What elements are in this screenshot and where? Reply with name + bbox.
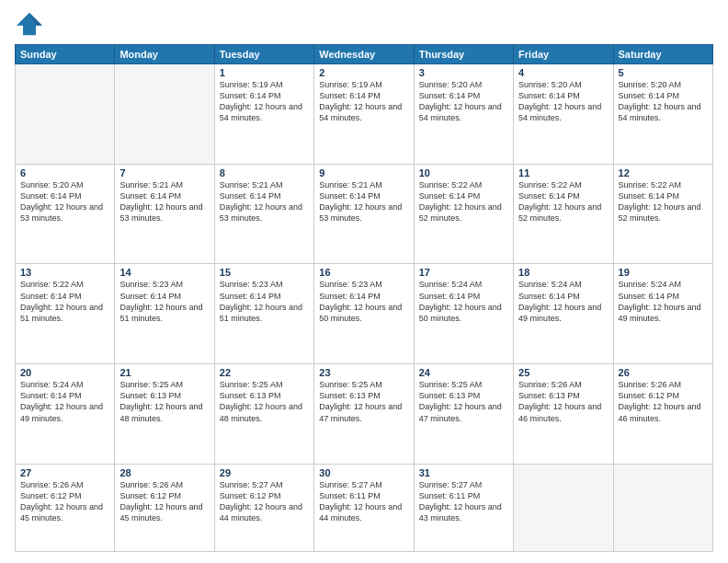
day-number: 13 bbox=[20, 267, 109, 278]
day-cell: 14Sunrise: 5:23 AM Sunset: 6:14 PM Dayli… bbox=[115, 264, 214, 364]
day-info: Sunrise: 5:26 AM Sunset: 6:12 PM Dayligh… bbox=[20, 479, 109, 524]
day-info: Sunrise: 5:23 AM Sunset: 6:14 PM Dayligh… bbox=[220, 279, 309, 324]
day-number: 19 bbox=[619, 267, 708, 278]
day-cell: 2Sunrise: 5:19 AM Sunset: 6:14 PM Daylig… bbox=[314, 64, 414, 165]
day-number: 15 bbox=[220, 267, 309, 278]
day-number: 26 bbox=[619, 367, 708, 378]
day-info: Sunrise: 5:22 AM Sunset: 6:14 PM Dayligh… bbox=[20, 279, 109, 324]
day-info: Sunrise: 5:21 AM Sunset: 6:14 PM Dayligh… bbox=[119, 179, 209, 224]
day-info: Sunrise: 5:24 AM Sunset: 6:14 PM Dayligh… bbox=[619, 279, 708, 324]
day-number: 5 bbox=[619, 67, 708, 78]
day-info: Sunrise: 5:20 AM Sunset: 6:14 PM Dayligh… bbox=[619, 79, 708, 124]
week-row-2: 6Sunrise: 5:20 AM Sunset: 6:14 PM Daylig… bbox=[16, 164, 713, 264]
day-number: 2 bbox=[319, 67, 408, 78]
day-info: Sunrise: 5:26 AM Sunset: 6:12 PM Dayligh… bbox=[119, 479, 209, 524]
day-cell: 3Sunrise: 5:20 AM Sunset: 6:14 PM Daylig… bbox=[414, 64, 513, 165]
week-row-4: 20Sunrise: 5:24 AM Sunset: 6:14 PM Dayli… bbox=[16, 364, 713, 465]
day-cell: 30Sunrise: 5:27 AM Sunset: 6:11 PM Dayli… bbox=[314, 464, 414, 551]
day-header-tuesday: Tuesday bbox=[214, 45, 313, 64]
day-cell: 19Sunrise: 5:24 AM Sunset: 6:14 PM Dayli… bbox=[613, 264, 712, 364]
day-header-saturday: Saturday bbox=[613, 45, 712, 64]
day-cell bbox=[514, 464, 613, 551]
day-cell bbox=[16, 64, 115, 165]
day-cell: 21Sunrise: 5:25 AM Sunset: 6:13 PM Dayli… bbox=[115, 364, 214, 465]
day-cell: 11Sunrise: 5:22 AM Sunset: 6:14 PM Dayli… bbox=[514, 164, 613, 264]
day-info: Sunrise: 5:23 AM Sunset: 6:14 PM Dayligh… bbox=[119, 279, 209, 324]
day-cell: 17Sunrise: 5:24 AM Sunset: 6:14 PM Dayli… bbox=[414, 264, 513, 364]
day-info: Sunrise: 5:26 AM Sunset: 6:13 PM Dayligh… bbox=[518, 379, 608, 424]
day-cell: 27Sunrise: 5:26 AM Sunset: 6:12 PM Dayli… bbox=[16, 464, 115, 551]
day-info: Sunrise: 5:19 AM Sunset: 6:14 PM Dayligh… bbox=[319, 79, 408, 124]
day-info: Sunrise: 5:20 AM Sunset: 6:14 PM Dayligh… bbox=[419, 79, 508, 124]
day-info: Sunrise: 5:22 AM Sunset: 6:14 PM Dayligh… bbox=[619, 179, 708, 224]
day-cell: 12Sunrise: 5:22 AM Sunset: 6:14 PM Dayli… bbox=[613, 164, 712, 264]
day-info: Sunrise: 5:27 AM Sunset: 6:11 PM Dayligh… bbox=[319, 479, 408, 524]
day-number: 28 bbox=[119, 467, 209, 478]
day-info: Sunrise: 5:25 AM Sunset: 6:13 PM Dayligh… bbox=[419, 379, 508, 424]
page: SundayMondayTuesdayWednesdayThursdayFrid… bbox=[0, 0, 728, 563]
day-number: 21 bbox=[119, 367, 209, 378]
day-header-thursday: Thursday bbox=[414, 45, 513, 64]
day-cell: 5Sunrise: 5:20 AM Sunset: 6:14 PM Daylig… bbox=[613, 64, 712, 165]
day-number: 25 bbox=[518, 367, 608, 378]
day-number: 16 bbox=[319, 267, 408, 278]
header bbox=[15, 11, 713, 37]
day-cell: 31Sunrise: 5:27 AM Sunset: 6:11 PM Dayli… bbox=[414, 464, 513, 551]
day-cell: 1Sunrise: 5:19 AM Sunset: 6:14 PM Daylig… bbox=[214, 64, 313, 165]
day-info: Sunrise: 5:25 AM Sunset: 6:13 PM Dayligh… bbox=[319, 379, 408, 424]
day-cell: 15Sunrise: 5:23 AM Sunset: 6:14 PM Dayli… bbox=[214, 264, 313, 364]
day-info: Sunrise: 5:21 AM Sunset: 6:14 PM Dayligh… bbox=[319, 179, 408, 224]
day-number: 11 bbox=[518, 167, 608, 178]
day-number: 4 bbox=[518, 67, 608, 78]
day-info: Sunrise: 5:27 AM Sunset: 6:12 PM Dayligh… bbox=[220, 479, 309, 524]
day-info: Sunrise: 5:22 AM Sunset: 6:14 PM Dayligh… bbox=[518, 179, 608, 224]
day-info: Sunrise: 5:24 AM Sunset: 6:14 PM Dayligh… bbox=[518, 279, 608, 324]
day-info: Sunrise: 5:21 AM Sunset: 6:14 PM Dayligh… bbox=[220, 179, 309, 224]
day-header-sunday: Sunday bbox=[16, 45, 115, 64]
day-info: Sunrise: 5:22 AM Sunset: 6:14 PM Dayligh… bbox=[419, 179, 508, 224]
day-cell bbox=[613, 464, 712, 551]
day-info: Sunrise: 5:26 AM Sunset: 6:12 PM Dayligh… bbox=[619, 379, 708, 424]
day-number: 3 bbox=[419, 67, 508, 78]
day-cell: 18Sunrise: 5:24 AM Sunset: 6:14 PM Dayli… bbox=[514, 264, 613, 364]
week-row-1: 1Sunrise: 5:19 AM Sunset: 6:14 PM Daylig… bbox=[16, 64, 713, 165]
day-number: 23 bbox=[319, 367, 408, 378]
day-header-wednesday: Wednesday bbox=[314, 45, 414, 64]
day-cell: 4Sunrise: 5:20 AM Sunset: 6:14 PM Daylig… bbox=[514, 64, 613, 165]
day-header-friday: Friday bbox=[514, 45, 613, 64]
day-number: 1 bbox=[220, 67, 309, 78]
logo-icon bbox=[15, 11, 44, 37]
day-number: 24 bbox=[419, 367, 508, 378]
day-info: Sunrise: 5:20 AM Sunset: 6:14 PM Dayligh… bbox=[20, 179, 109, 224]
day-cell: 8Sunrise: 5:21 AM Sunset: 6:14 PM Daylig… bbox=[214, 164, 313, 264]
day-number: 8 bbox=[220, 167, 309, 178]
day-cell: 16Sunrise: 5:23 AM Sunset: 6:14 PM Dayli… bbox=[314, 264, 414, 364]
day-info: Sunrise: 5:25 AM Sunset: 6:13 PM Dayligh… bbox=[220, 379, 309, 424]
day-number: 22 bbox=[220, 367, 309, 378]
day-number: 12 bbox=[619, 167, 708, 178]
day-number: 9 bbox=[319, 167, 408, 178]
day-cell: 28Sunrise: 5:26 AM Sunset: 6:12 PM Dayli… bbox=[115, 464, 214, 551]
day-cell: 24Sunrise: 5:25 AM Sunset: 6:13 PM Dayli… bbox=[414, 364, 513, 465]
day-cell: 29Sunrise: 5:27 AM Sunset: 6:12 PM Dayli… bbox=[214, 464, 313, 551]
day-header-monday: Monday bbox=[115, 45, 214, 64]
day-info: Sunrise: 5:24 AM Sunset: 6:14 PM Dayligh… bbox=[419, 279, 508, 324]
day-number: 31 bbox=[419, 467, 508, 478]
week-row-3: 13Sunrise: 5:22 AM Sunset: 6:14 PM Dayli… bbox=[16, 264, 713, 364]
day-number: 20 bbox=[20, 367, 109, 378]
day-info: Sunrise: 5:24 AM Sunset: 6:14 PM Dayligh… bbox=[20, 379, 109, 424]
day-info: Sunrise: 5:25 AM Sunset: 6:13 PM Dayligh… bbox=[119, 379, 209, 424]
logo bbox=[15, 11, 48, 37]
day-number: 29 bbox=[220, 467, 309, 478]
day-number: 27 bbox=[20, 467, 109, 478]
day-cell: 23Sunrise: 5:25 AM Sunset: 6:13 PM Dayli… bbox=[314, 364, 414, 465]
day-cell: 26Sunrise: 5:26 AM Sunset: 6:12 PM Dayli… bbox=[613, 364, 712, 465]
day-cell bbox=[115, 64, 214, 165]
calendar-table: SundayMondayTuesdayWednesdayThursdayFrid… bbox=[15, 44, 713, 552]
day-cell: 25Sunrise: 5:26 AM Sunset: 6:13 PM Dayli… bbox=[514, 364, 613, 465]
day-cell: 9Sunrise: 5:21 AM Sunset: 6:14 PM Daylig… bbox=[314, 164, 414, 264]
day-number: 10 bbox=[419, 167, 508, 178]
day-number: 14 bbox=[119, 267, 209, 278]
day-info: Sunrise: 5:19 AM Sunset: 6:14 PM Dayligh… bbox=[220, 79, 309, 124]
day-cell: 10Sunrise: 5:22 AM Sunset: 6:14 PM Dayli… bbox=[414, 164, 513, 264]
